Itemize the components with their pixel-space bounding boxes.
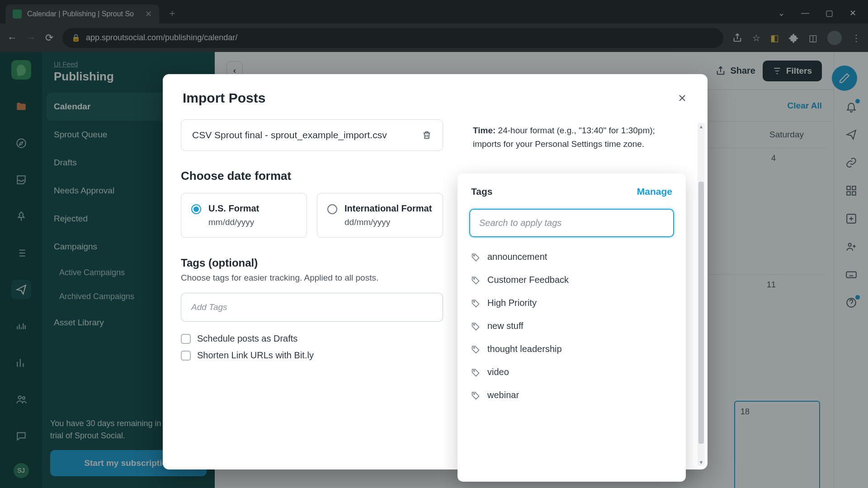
file-name: CSV Sprout final - sprout_example_import… — [192, 130, 387, 141]
tag-icon — [471, 368, 480, 377]
svg-point-16 — [473, 370, 475, 371]
tag-option[interactable]: announcement — [458, 245, 686, 268]
svg-point-15 — [473, 347, 475, 348]
tag-option[interactable]: new stuff — [458, 314, 686, 338]
tag-icon — [471, 299, 480, 308]
tag-option[interactable]: webinar — [458, 384, 686, 407]
modal-close-button[interactable] — [677, 93, 688, 103]
scroll-thumb[interactable] — [698, 182, 704, 444]
tag-label: announcement — [487, 252, 547, 262]
checkbox-label: Schedule posts as Drafts — [197, 333, 297, 344]
checkbox-label: Shorten Link URLs with Bit.ly — [197, 350, 314, 361]
svg-point-12 — [473, 278, 475, 279]
add-tags-input[interactable]: Add Tags — [181, 293, 443, 322]
modal-title: Import Posts — [183, 90, 265, 106]
intl-format-option[interactable]: International Format dd/mm/yyyy — [317, 193, 443, 238]
tags-subtext: Choose tags for easier tracking. Applied… — [181, 273, 443, 283]
scroll-down-icon[interactable]: ▼ — [698, 460, 705, 465]
svg-point-17 — [473, 393, 475, 394]
tag-label: video — [487, 367, 509, 377]
format-pattern: mm/dd/yyyy — [208, 217, 259, 227]
date-format-heading: Choose date format — [181, 169, 443, 183]
popover-title: Tags — [471, 186, 492, 197]
tag-icon — [471, 322, 480, 331]
tag-option[interactable]: thought leadership — [458, 338, 686, 361]
help-time-body: 24-hour format (e.g., "13:40" for 1:30pm… — [473, 126, 655, 149]
tag-label: webinar — [487, 390, 519, 400]
svg-point-11 — [473, 255, 475, 256]
help-time-label: Time: — [473, 126, 495, 135]
tag-option[interactable]: Customer Feedback — [458, 268, 686, 291]
radio-checked-icon — [191, 204, 201, 214]
checkbox-unchecked-icon — [181, 334, 191, 344]
uploaded-file-box: CSV Sprout final - sprout_example_import… — [181, 119, 443, 151]
tag-label: Customer Feedback — [487, 275, 569, 285]
tag-icon — [471, 276, 480, 285]
format-name: International Format — [344, 203, 432, 214]
tags-heading: Tags (optional) — [181, 257, 443, 269]
tags-popover: Tags Manage Search to apply tags announc… — [458, 174, 686, 482]
delete-file-button[interactable] — [422, 130, 432, 140]
svg-point-13 — [473, 301, 475, 302]
shorten-bitly-checkbox[interactable]: Shorten Link URLs with Bit.ly — [181, 350, 443, 361]
tag-label: new stuff — [487, 321, 524, 331]
trash-icon — [422, 130, 432, 140]
tag-label: High Priority — [487, 298, 537, 308]
svg-point-14 — [473, 324, 475, 325]
scrollbar[interactable]: ▲ ▼ — [698, 123, 705, 466]
radio-unchecked-icon — [327, 204, 337, 214]
checkbox-unchecked-icon — [181, 351, 191, 361]
scroll-up-icon[interactable]: ▲ — [698, 124, 705, 129]
tag-list: announcement Customer Feedback High Prio… — [458, 245, 686, 407]
us-format-option[interactable]: U.S. Format mm/dd/yyyy — [181, 193, 307, 238]
format-name: U.S. Format — [208, 203, 259, 214]
tag-search-input[interactable]: Search to apply tags — [469, 209, 674, 237]
format-pattern: dd/mm/yyyy — [344, 217, 432, 227]
tag-icon — [471, 391, 480, 400]
help-text: Time: 24-hour format (e.g., "13:40" for … — [467, 119, 695, 151]
schedule-drafts-checkbox[interactable]: Schedule posts as Drafts — [181, 333, 443, 344]
modal-left-column: CSV Sprout final - sprout_example_import… — [163, 119, 461, 469]
tag-option[interactable]: video — [458, 361, 686, 384]
tag-option[interactable]: High Priority — [458, 291, 686, 314]
tag-icon — [471, 253, 480, 262]
manage-tags-link[interactable]: Manage — [637, 186, 672, 197]
close-icon — [677, 93, 688, 103]
tag-icon — [471, 345, 480, 354]
tag-label: thought leadership — [487, 344, 562, 354]
